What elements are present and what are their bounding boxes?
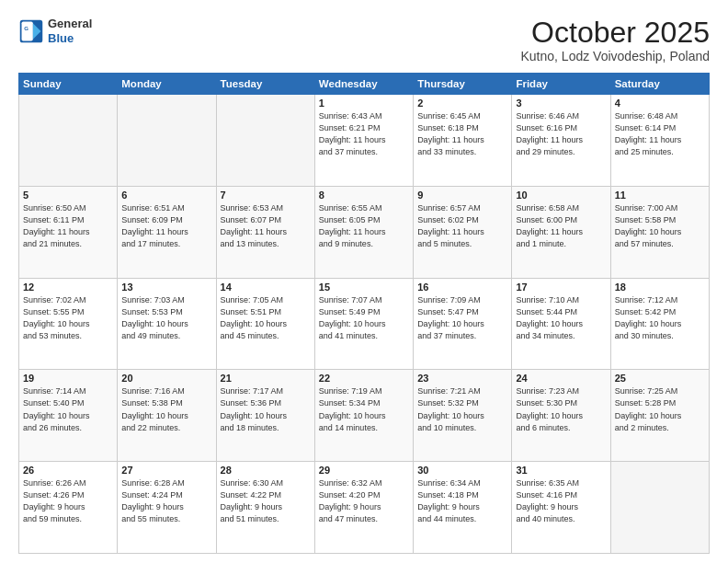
calendar-week-row: 19Sunrise: 7:14 AM Sunset: 5:40 PM Dayli… (19, 370, 710, 462)
table-row: 28Sunrise: 6:30 AM Sunset: 4:22 PM Dayli… (216, 462, 314, 554)
day-number: 3 (516, 98, 606, 109)
day-number: 19 (23, 373, 113, 384)
table-row: 6Sunrise: 6:51 AM Sunset: 6:09 PM Daylig… (118, 186, 216, 278)
table-row (610, 462, 709, 554)
table-row: 4Sunrise: 6:48 AM Sunset: 6:14 PM Daylig… (610, 95, 709, 187)
calendar-header-row: Sunday Monday Tuesday Wednesday Thursday… (19, 74, 710, 95)
table-row: 31Sunrise: 6:35 AM Sunset: 4:16 PM Dayli… (512, 462, 610, 554)
day-info: Sunrise: 6:53 AM Sunset: 6:07 PM Dayligh… (221, 202, 311, 250)
day-number: 6 (121, 190, 211, 201)
day-info: Sunrise: 6:51 AM Sunset: 6:09 PM Dayligh… (121, 202, 211, 250)
day-number: 30 (417, 465, 507, 476)
table-row: 3Sunrise: 6:46 AM Sunset: 6:16 PM Daylig… (512, 95, 610, 187)
day-number: 2 (417, 98, 507, 109)
table-row: 30Sunrise: 6:34 AM Sunset: 4:18 PM Dayli… (414, 462, 512, 554)
day-number: 17 (516, 282, 606, 293)
table-row: 22Sunrise: 7:19 AM Sunset: 5:34 PM Dayli… (314, 370, 413, 462)
day-number: 10 (516, 190, 606, 201)
table-row: 1Sunrise: 6:43 AM Sunset: 6:21 PM Daylig… (314, 95, 413, 187)
calendar-table: Sunday Monday Tuesday Wednesday Thursday… (18, 73, 710, 554)
table-row: 29Sunrise: 6:32 AM Sunset: 4:20 PM Dayli… (314, 462, 413, 554)
col-saturday: Saturday (610, 74, 709, 95)
table-row: 27Sunrise: 6:28 AM Sunset: 4:24 PM Dayli… (118, 462, 216, 554)
table-row: 10Sunrise: 6:58 AM Sunset: 6:00 PM Dayli… (512, 186, 610, 278)
day-number: 31 (516, 465, 606, 476)
table-row: 14Sunrise: 7:05 AM Sunset: 5:51 PM Dayli… (216, 278, 314, 370)
day-number: 20 (121, 373, 211, 384)
table-row: 2Sunrise: 6:45 AM Sunset: 6:18 PM Daylig… (414, 95, 512, 187)
day-info: Sunrise: 7:05 AM Sunset: 5:51 PM Dayligh… (221, 294, 311, 342)
day-info: Sunrise: 7:02 AM Sunset: 5:55 PM Dayligh… (23, 294, 113, 342)
svg-text:G: G (24, 25, 28, 31)
day-number: 23 (417, 373, 507, 384)
day-info: Sunrise: 6:50 AM Sunset: 6:11 PM Dayligh… (23, 202, 113, 250)
day-info: Sunrise: 6:57 AM Sunset: 6:02 PM Dayligh… (417, 202, 507, 250)
day-info: Sunrise: 6:48 AM Sunset: 6:14 PM Dayligh… (615, 110, 705, 158)
day-number: 4 (615, 98, 705, 109)
table-row: 15Sunrise: 7:07 AM Sunset: 5:49 PM Dayli… (314, 278, 413, 370)
col-friday: Friday (512, 74, 610, 95)
day-info: Sunrise: 6:32 AM Sunset: 4:20 PM Dayligh… (319, 477, 409, 525)
day-info: Sunrise: 7:19 AM Sunset: 5:34 PM Dayligh… (319, 385, 409, 433)
day-info: Sunrise: 6:45 AM Sunset: 6:18 PM Dayligh… (417, 110, 507, 158)
day-number: 12 (23, 282, 113, 293)
logo: G General Blue (18, 17, 92, 45)
day-info: Sunrise: 7:17 AM Sunset: 5:36 PM Dayligh… (221, 385, 311, 433)
day-info: Sunrise: 7:00 AM Sunset: 5:58 PM Dayligh… (615, 202, 705, 250)
day-info: Sunrise: 6:30 AM Sunset: 4:22 PM Dayligh… (221, 477, 311, 525)
day-number: 9 (417, 190, 507, 201)
month-title: October 2025 (521, 17, 711, 49)
table-row: 9Sunrise: 6:57 AM Sunset: 6:02 PM Daylig… (414, 186, 512, 278)
table-row: 5Sunrise: 6:50 AM Sunset: 6:11 PM Daylig… (19, 186, 118, 278)
day-number: 25 (615, 373, 705, 384)
day-info: Sunrise: 6:58 AM Sunset: 6:00 PM Dayligh… (516, 202, 606, 250)
table-row: 7Sunrise: 6:53 AM Sunset: 6:07 PM Daylig… (216, 186, 314, 278)
table-row: 18Sunrise: 7:12 AM Sunset: 5:42 PM Dayli… (610, 278, 709, 370)
col-tuesday: Tuesday (216, 74, 314, 95)
day-info: Sunrise: 7:25 AM Sunset: 5:28 PM Dayligh… (615, 385, 705, 433)
day-info: Sunrise: 7:10 AM Sunset: 5:44 PM Dayligh… (516, 294, 606, 342)
day-number: 26 (23, 465, 113, 476)
day-info: Sunrise: 6:55 AM Sunset: 6:05 PM Dayligh… (319, 202, 409, 250)
table-row: 13Sunrise: 7:03 AM Sunset: 5:53 PM Dayli… (118, 278, 216, 370)
table-row: 17Sunrise: 7:10 AM Sunset: 5:44 PM Dayli… (512, 278, 610, 370)
day-info: Sunrise: 6:46 AM Sunset: 6:16 PM Dayligh… (516, 110, 606, 158)
calendar-week-row: 1Sunrise: 6:43 AM Sunset: 6:21 PM Daylig… (19, 95, 710, 187)
day-number: 1 (319, 98, 409, 109)
table-row: 23Sunrise: 7:21 AM Sunset: 5:32 PM Dayli… (414, 370, 512, 462)
day-info: Sunrise: 7:03 AM Sunset: 5:53 PM Dayligh… (121, 294, 211, 342)
day-info: Sunrise: 7:14 AM Sunset: 5:40 PM Dayligh… (23, 385, 113, 433)
logo-icon: G (18, 18, 44, 44)
location-subtitle: Kutno, Lodz Voivodeship, Poland (521, 49, 711, 63)
day-number: 29 (319, 465, 409, 476)
day-info: Sunrise: 7:23 AM Sunset: 5:30 PM Dayligh… (516, 385, 606, 433)
table-row: 12Sunrise: 7:02 AM Sunset: 5:55 PM Dayli… (19, 278, 118, 370)
day-number: 7 (221, 190, 311, 201)
table-row: 11Sunrise: 7:00 AM Sunset: 5:58 PM Dayli… (610, 186, 709, 278)
day-number: 18 (615, 282, 705, 293)
day-info: Sunrise: 6:35 AM Sunset: 4:16 PM Dayligh… (516, 477, 606, 525)
day-info: Sunrise: 7:21 AM Sunset: 5:32 PM Dayligh… (417, 385, 507, 433)
col-wednesday: Wednesday (314, 74, 413, 95)
table-row: 16Sunrise: 7:09 AM Sunset: 5:47 PM Dayli… (414, 278, 512, 370)
day-number: 16 (417, 282, 507, 293)
logo-text: General Blue (48, 17, 92, 45)
table-row: 26Sunrise: 6:26 AM Sunset: 4:26 PM Dayli… (19, 462, 118, 554)
day-number: 24 (516, 373, 606, 384)
day-number: 15 (319, 282, 409, 293)
day-info: Sunrise: 6:28 AM Sunset: 4:24 PM Dayligh… (121, 477, 211, 525)
day-info: Sunrise: 7:07 AM Sunset: 5:49 PM Dayligh… (319, 294, 409, 342)
day-number: 5 (23, 190, 113, 201)
day-number: 22 (319, 373, 409, 384)
table-row: 19Sunrise: 7:14 AM Sunset: 5:40 PM Dayli… (19, 370, 118, 462)
table-row: 20Sunrise: 7:16 AM Sunset: 5:38 PM Dayli… (118, 370, 216, 462)
day-number: 8 (319, 190, 409, 201)
calendar-week-row: 5Sunrise: 6:50 AM Sunset: 6:11 PM Daylig… (19, 186, 710, 278)
col-sunday: Sunday (19, 74, 118, 95)
table-row: 21Sunrise: 7:17 AM Sunset: 5:36 PM Dayli… (216, 370, 314, 462)
day-info: Sunrise: 7:12 AM Sunset: 5:42 PM Dayligh… (615, 294, 705, 342)
table-row: 8Sunrise: 6:55 AM Sunset: 6:05 PM Daylig… (314, 186, 413, 278)
day-info: Sunrise: 6:43 AM Sunset: 6:21 PM Dayligh… (319, 110, 409, 158)
title-block: October 2025 Kutno, Lodz Voivodeship, Po… (521, 17, 711, 63)
table-row (216, 95, 314, 187)
